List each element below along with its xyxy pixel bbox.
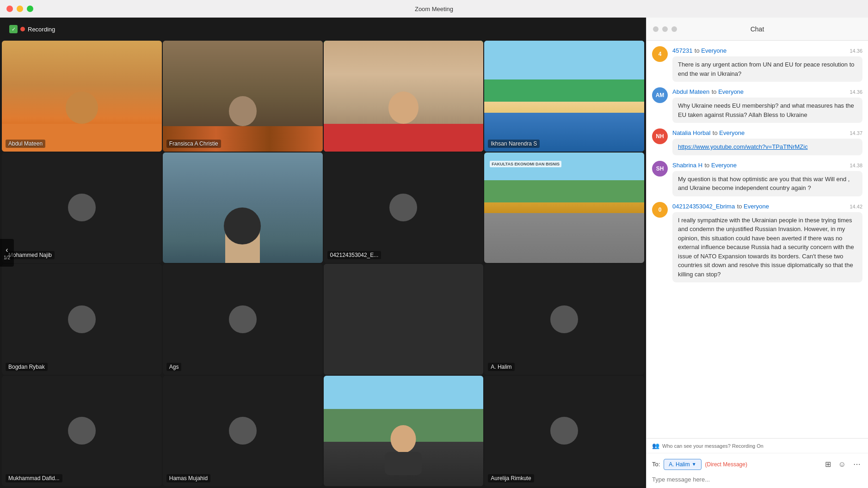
sender-name: Abdul Mateen (672, 88, 709, 95)
more-options-button[interactable]: ⋯ (851, 458, 862, 470)
video-cell-bogdan[interactable]: Bogdan Rybak (2, 264, 162, 375)
chat-titlebar: Chat (646, 18, 868, 41)
participant-name: A. Halim (488, 363, 514, 371)
message-time: 14.36 (850, 89, 862, 95)
avatar-badge-zero: 0 (652, 202, 668, 218)
chat-message-457231: 4 457231 to Everyone 14.36 There is any … (652, 46, 862, 82)
participant-name: Abdul Mateen (6, 140, 45, 148)
video-cell-flag[interactable] (324, 264, 484, 375)
recipient-name: A. Halim (669, 461, 689, 468)
message-time: 14.37 (850, 130, 862, 136)
avatar-badge-nh: NH (652, 128, 668, 144)
message-content: 457231 to Everyone 14.36 There is any ur… (672, 46, 862, 82)
video-cell-hamas[interactable]: Hamas Mujahid (163, 376, 323, 487)
to-label: to (695, 47, 701, 54)
visibility-text: Who can see your messages? Recording On (662, 443, 763, 449)
avatar-badge-457231: 4 (652, 46, 668, 62)
recipient-name: Everyone (719, 129, 745, 136)
recipient-name: Everyone (701, 47, 726, 54)
recipient-name: Everyone (711, 162, 737, 169)
message-content: 042124353042_Ebrima to Everyone 14.42 I … (672, 202, 862, 283)
video-cell-ags[interactable]: Ags (163, 264, 323, 375)
video-grid: Abdul Mateen Fransisca A Christie (0, 18, 646, 488)
recipient-name: Everyone (744, 203, 769, 210)
video-cell-active-speaker[interactable] (324, 41, 484, 152)
message-content: Abdul Mateen to Everyone 14.36 Why Ukrai… (672, 87, 862, 123)
recording-label: Recording (28, 26, 55, 33)
chat-max-btn[interactable] (671, 26, 677, 32)
window-title: Zoom Meeting (415, 6, 453, 12)
chat-footer: 👥 Who can see your messages? Recording O… (646, 438, 868, 488)
message-time: 14.42 (850, 204, 862, 209)
chat-min-btn[interactable] (662, 26, 668, 32)
participant-name: Mukhammad Dafid... (6, 474, 62, 482)
maximize-button[interactable] (27, 6, 33, 12)
chat-message-shabrina: SH Shabrina H to Everyone 14.38 My quest… (652, 161, 862, 196)
chat-message-ebrima: 0 042124353042_Ebrima to Everyone 14.42 … (652, 202, 862, 283)
message-bubble: Why Ukraine needs EU membership? and wha… (672, 98, 862, 123)
minimize-button[interactable] (17, 6, 23, 12)
video-cell-mohammed[interactable]: Mohammed Najib (2, 152, 162, 263)
participant-name: Bogdan Rybak (6, 363, 48, 371)
message-sender: 042124353042_Ebrima to Everyone (672, 202, 769, 210)
window-controls[interactable] (6, 6, 33, 12)
message-header: Natalia Horbal to Everyone 14.37 (672, 128, 862, 137)
chat-close-btn[interactable] (653, 26, 659, 32)
video-cell-abdul-mateen[interactable]: Abdul Mateen (2, 41, 162, 152)
message-sender: Shabrina H to Everyone (672, 161, 737, 169)
participant-name: Aurelija Rimkute (488, 474, 534, 482)
message-time: 14.36 (850, 48, 862, 54)
message-bubble: There is any urgent action from UN and E… (672, 56, 862, 82)
chat-input-area: To: A. Halim ▼ (Direct Message) ⊞ ☺ ⋯ (646, 453, 868, 475)
message-sender: 457231 to Everyone (672, 46, 726, 55)
message-header: Shabrina H to Everyone 14.38 (672, 161, 862, 169)
sender-name: Shabrina H (672, 162, 702, 169)
chat-window-controls (653, 26, 677, 32)
to-label: To: (652, 461, 660, 468)
participant-name: Hamas Mujahid (166, 474, 210, 482)
to-label: to (705, 162, 711, 169)
page-indicator: 1/2 (4, 255, 10, 260)
visibility-bar: 👥 Who can see your messages? Recording O… (646, 439, 868, 453)
emoji-button[interactable]: ☺ (837, 458, 848, 470)
shield-icon: ✓ (9, 25, 18, 33)
message-sender: Abdul Mateen to Everyone (672, 87, 744, 96)
participant-name: Ikhsan Narendra S (488, 140, 540, 148)
chat-message-abdulmateen: AM Abdul Mateen to Everyone 14.36 Why Uk… (652, 87, 862, 123)
chat-input[interactable] (652, 476, 862, 483)
titlebar: Zoom Meeting (0, 0, 868, 18)
message-header: 457231 to Everyone 14.36 (672, 46, 862, 55)
video-cell-feb[interactable]: FAKULTAS EKONOMI DAN BISNIS (484, 152, 644, 263)
participant-name: 042124353042_E... (327, 251, 382, 259)
video-cell-fransisca[interactable]: Fransisca A Christie (163, 41, 323, 152)
message-link[interactable]: https://www.youtube.com/watch?v=TPaTfNrM… (678, 143, 808, 150)
recipient-selector[interactable]: A. Halim ▼ (664, 459, 701, 470)
previous-page-button[interactable]: ‹ 1/2 (0, 239, 14, 267)
chat-message-natalia: NH Natalia Horbal to Everyone 14.37 http… (652, 128, 862, 155)
eye-icon: 👥 (652, 442, 659, 449)
sender-name: 042124353042_Ebrima (672, 203, 735, 210)
video-cell-aurelija[interactable]: Aurelija Rimkute (484, 376, 644, 487)
chat-panel: Chat 4 457231 to Everyone 14.36 There (646, 18, 868, 488)
video-cell-042[interactable]: 042124353042_E... (324, 152, 484, 263)
video-cell-halim[interactable]: A. Halim (484, 264, 644, 375)
to-label: to (712, 88, 718, 95)
message-bubble: I really sympathize with the Ukrainian p… (672, 212, 862, 283)
avatar-badge-sh: SH (652, 161, 668, 177)
video-cell-mukhammad[interactable]: Mukhammad Dafid... (2, 376, 162, 487)
video-cell-person6[interactable] (163, 152, 323, 263)
video-cell-ikhsan[interactable]: Ikhsan Narendra S (484, 41, 644, 152)
participant-name: Fransisca A Christie (166, 140, 221, 148)
arrow-left-icon: ‹ (6, 246, 8, 254)
video-area: ✓ Recording ‹ 1/2 Abdul Mateen (0, 18, 646, 488)
sender-name: 457231 (672, 47, 692, 54)
recipient-name: Everyone (718, 88, 744, 95)
direct-message-tag: (Direct Message) (705, 461, 747, 468)
video-cell-person15[interactable] (324, 376, 484, 487)
close-button[interactable] (6, 6, 13, 12)
to-label: to (713, 129, 719, 136)
main-area: ✓ Recording ‹ 1/2 Abdul Mateen (0, 18, 868, 488)
save-chat-button[interactable]: ⊞ (823, 458, 833, 470)
recording-bar: ✓ Recording (3, 20, 62, 38)
message-bubble: https://www.youtube.com/watch?v=TPaTfNrM… (672, 139, 862, 155)
